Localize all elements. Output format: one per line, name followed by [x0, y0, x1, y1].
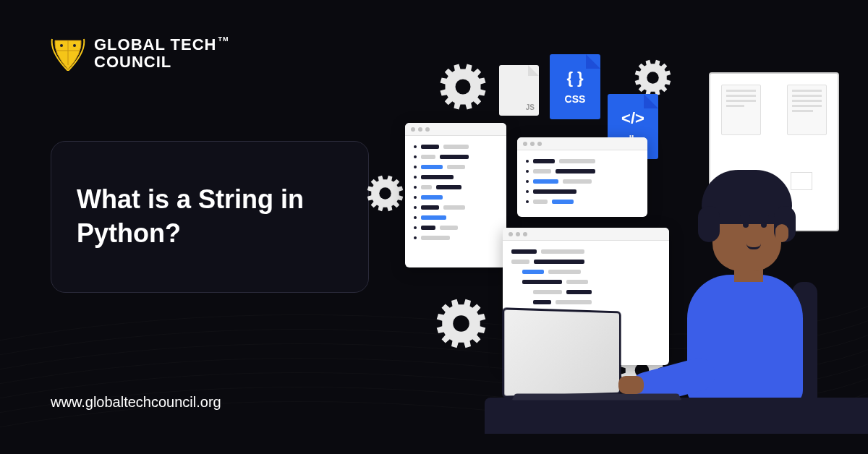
person-eyebrow: [740, 215, 750, 218]
logo-shield-icon: [51, 36, 85, 71]
svg-point-4: [456, 80, 471, 95]
logo-line-1: GLOBAL TECH: [94, 35, 216, 53]
laptop-base: [512, 394, 682, 401]
laptop-screen: [502, 307, 621, 398]
svg-point-2: [60, 44, 63, 47]
code-window: [517, 137, 647, 217]
gear-icon: [633, 58, 673, 98]
article-title: What is a String in Python?: [77, 183, 343, 251]
js-file-label: JS: [526, 103, 535, 111]
developer-person: [629, 174, 832, 434]
css-file-icon: { } CSS: [550, 54, 600, 119]
html-tag-symbol: </>: [621, 109, 644, 128]
gear-icon: [365, 174, 405, 213]
window-header: [517, 137, 647, 150]
person-eyebrow: [759, 215, 769, 218]
developer-illustration: JS { } CSS </> IL: [376, 29, 839, 434]
svg-point-5: [647, 72, 659, 84]
svg-point-3: [73, 44, 76, 47]
css-file-label: CSS: [565, 93, 586, 105]
js-file-icon: JS: [499, 65, 539, 116]
svg-point-6: [379, 187, 391, 200]
logo-line-2: COUNCIL: [94, 53, 229, 71]
person-eye: [743, 222, 749, 228]
logo-text: GLOBAL TECHTM COUNCIL: [94, 36, 229, 71]
window-header: [405, 123, 506, 136]
pinned-paper: [721, 85, 761, 135]
pinned-paper: [787, 85, 827, 135]
article-title-card: What is a String in Python?: [51, 141, 369, 293]
brand-logo: GLOBAL TECHTM COUNCIL: [51, 36, 229, 71]
person-eye: [761, 222, 767, 228]
code-window: [405, 123, 506, 267]
css-braces-symbol: { }: [566, 69, 583, 87]
gear-icon: [438, 61, 488, 112]
person-hand: [618, 376, 644, 394]
gear-icon: [434, 296, 488, 351]
desk: [485, 398, 868, 434]
website-url: www.globaltechcouncil.org: [51, 394, 221, 411]
trademark-symbol: TM: [218, 35, 229, 43]
svg-point-7: [453, 315, 469, 332]
person-ear: [775, 224, 788, 242]
